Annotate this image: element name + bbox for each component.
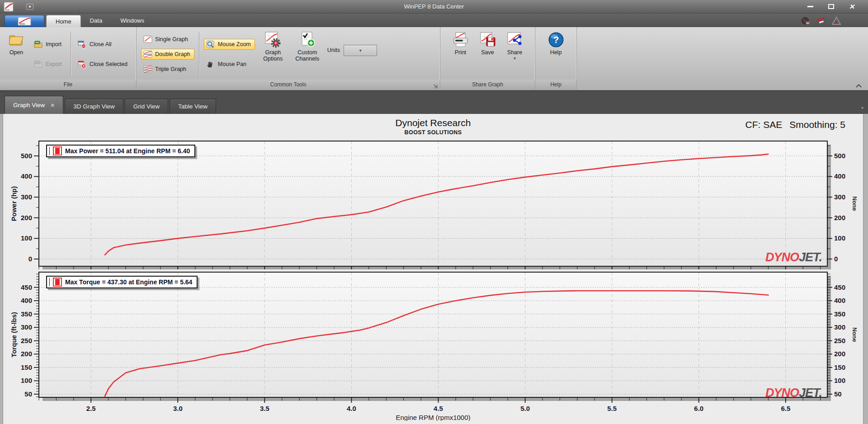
svg-text:400: 400 [834,297,845,304]
titlebar: ▾ WinPEP 8 Data Center ✕ [0,0,868,14]
pod-device-icon[interactable] [816,16,826,25]
svg-text:6.0: 6.0 [694,405,703,412]
mouse-zoom-icon [206,40,215,48]
close-all-button[interactable]: Close All [75,39,132,50]
print-button[interactable]: Print [449,30,472,79]
ribbon-tab-windows[interactable]: Windows [111,14,153,27]
minimize-button[interactable] [806,3,815,11]
svg-text:300: 300 [21,323,32,331]
svg-text:500: 500 [21,152,32,160]
mouse-zoom-button[interactable]: Mouse Zoom [204,39,255,50]
import-button[interactable]: Import [32,39,66,50]
mouse-pan-hand-icon [206,60,215,68]
svg-text:5.0: 5.0 [520,405,530,412]
mouse-pan-button[interactable]: Mouse Pan [204,59,255,70]
tab-overflow-icon[interactable]: ▾ [861,105,863,110]
dynojet-logo: DYNOJET. [765,251,822,264]
power-legend-text: Max Power = 511.04 at Engine RPM = 6.40 [65,147,190,155]
ribbon-group-file: Open Import Export [0,27,137,90]
share-dropdown-icon[interactable]: ▾ [514,56,516,61]
svg-text:400: 400 [834,172,845,180]
close-tab-icon[interactable]: ✕ [50,102,55,108]
ribbon-tab-home[interactable]: Home [46,15,81,27]
share-button[interactable]: Share ▾ [503,30,527,79]
tab-grid-view[interactable]: Grid View [125,99,168,114]
torque-chart[interactable]: 5050100100150150200200250250300300350350… [3,269,863,421]
graph-mode-stack: Single Graph Double Graph Triple Graph [141,30,194,79]
winpep-window: ▾ WinPEP 8 Data Center ✕ Home Data Windo… [0,0,868,424]
app-icon[interactable] [4,2,14,12]
svg-text:400: 400 [21,297,32,304]
smoothing-value: Smoothing: 5 [789,119,845,130]
tab-graph-view[interactable]: Graph View ✕ [5,96,63,114]
svg-text:Engine RPM (rpmx1000): Engine RPM (rpmx1000) [396,414,470,421]
gauge-icon[interactable] [801,16,810,25]
open-button[interactable]: Open [5,30,28,79]
close-button[interactable]: ✕ [847,3,856,11]
svg-text:4.0: 4.0 [347,405,356,412]
help-button[interactable]: ? Help [544,30,568,79]
torque-legend: Max Torque = 437.30 at Engine RPM = 5.64 [46,276,198,288]
svg-text:100: 100 [21,377,32,384]
ribbon-tab-data[interactable]: Data [81,14,111,27]
dynojet-logo: DYNOJET. [765,387,822,399]
double-graph-button[interactable]: Double Graph [141,49,194,60]
ribbon-group-share-graph: Print Save Share ▾ Share Graph [440,27,535,90]
svg-text:250: 250 [21,337,32,344]
svg-text:150: 150 [21,363,32,371]
torque-chart-svg: 5050100100150150200200250250300300350350… [3,269,863,421]
single-graph-button[interactable]: Single Graph [141,34,194,45]
svg-text:Torque (ft-lbs): Torque (ft-lbs) [10,312,18,358]
custom-channels-button[interactable]: Custom Channels [291,30,324,79]
power-chart[interactable]: 00100100200200300300400400500500Power (h… [3,138,863,269]
help-group-label: Help [535,80,576,90]
triple-graph-button[interactable]: Triple Graph [141,64,194,75]
brand-triangle-icon[interactable] [832,16,841,25]
triple-graph-icon [143,65,152,73]
tab-3d-graph-view[interactable]: 3D Graph View [65,99,123,114]
report-title: Dynojet Research [3,118,863,128]
graph-options-button[interactable]: Graph Options [259,30,288,79]
svg-text:200: 200 [21,214,32,221]
correction-info: CF: SAE Smoothing: 5 [745,119,845,130]
units-label: Units [327,47,340,53]
legend-swatch-icon [53,278,62,287]
svg-text:100: 100 [834,234,845,242]
quick-access-dropdown-icon[interactable]: ▾ [26,4,33,10]
units-dropdown[interactable]: ▾ [344,45,377,56]
application-menu-button[interactable] [5,15,44,27]
export-button[interactable]: Export [32,59,66,70]
svg-text:Power (hp): Power (hp) [10,186,18,221]
close-selected-button[interactable]: Close Selected [75,59,132,70]
svg-text:4.5: 4.5 [434,405,443,412]
tab-table-view[interactable]: Table View [170,99,216,114]
svg-text:50: 50 [24,390,32,398]
close-all-icon [78,40,87,48]
svg-text:350: 350 [834,310,845,318]
dropdown-arrow-icon: ▾ [359,48,362,53]
ribbon-group-help: ? Help Help [535,27,577,90]
file-group-label: File [0,80,136,90]
share-graph-group-label: Share Graph [440,80,535,90]
dialog-launcher-icon[interactable]: ⇲ [433,84,438,89]
save-icon [480,32,496,48]
maximize-button[interactable] [826,3,835,11]
svg-text:100: 100 [21,234,32,242]
svg-text:450: 450 [834,283,845,291]
save-button[interactable]: Save [476,30,500,79]
window-title: WinPEP 8 Data Center [0,3,868,10]
graph-view-panel: Dynojet Research BOOST SOLUTIONS CF: SAE… [0,114,868,424]
svg-text:5.5: 5.5 [607,405,617,412]
common-tools-group-label: Common Tools [137,80,440,90]
svg-text:2.5: 2.5 [86,405,96,412]
power-chart-svg: 00100100200200300300400400500500Power (h… [3,138,863,269]
svg-text:?: ? [553,35,558,45]
svg-text:250: 250 [834,337,845,344]
svg-text:None: None [851,327,858,342]
ribbon-collapse-icon[interactable] [857,84,861,88]
svg-text:200: 200 [834,350,845,358]
ribbon-tab-row: Home Data Windows [0,14,868,27]
svg-text:300: 300 [834,193,845,201]
mouse-mode-stack: Mouse Zoom Mouse Pan [204,30,255,79]
svg-text:3.0: 3.0 [173,405,183,412]
